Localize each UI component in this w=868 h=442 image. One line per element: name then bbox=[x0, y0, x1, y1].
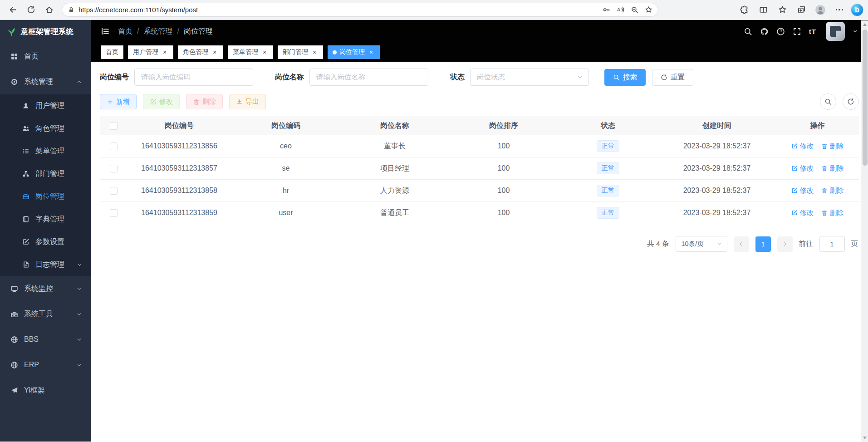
sidebar-group-monitoring[interactable]: 系统监控 bbox=[0, 276, 91, 301]
favorites-button[interactable] bbox=[775, 2, 790, 18]
search-button[interactable]: 搜索 bbox=[604, 69, 646, 86]
cell-post-sort: 100 bbox=[449, 187, 558, 195]
toggle-search-button[interactable] bbox=[820, 93, 836, 110]
view-tab[interactable]: 角色管理 × bbox=[178, 45, 223, 59]
row-delete-link[interactable]: 删除 bbox=[821, 164, 844, 173]
prev-page-button[interactable] bbox=[734, 236, 749, 252]
status-select[interactable]: 岗位状态 bbox=[470, 69, 589, 86]
sidebar-item-roles[interactable]: 角色管理 bbox=[0, 117, 91, 140]
avatar-caret-icon[interactable] bbox=[853, 29, 858, 34]
export-button[interactable]: 导出 bbox=[229, 94, 266, 109]
search-icon bbox=[613, 74, 620, 81]
split-screen-button[interactable] bbox=[755, 2, 771, 18]
sidebar-item-departments[interactable]: 部门管理 bbox=[0, 162, 91, 185]
fold-menu-icon[interactable] bbox=[101, 27, 110, 36]
address-bar[interactable]: https://ccnetcore.com:1101/system/post A bbox=[62, 3, 658, 17]
page-unit: 页 bbox=[851, 239, 858, 249]
tab-close-icon[interactable]: × bbox=[161, 49, 168, 56]
tab-close-icon[interactable]: × bbox=[261, 49, 268, 56]
browser-menu-button[interactable] bbox=[832, 2, 847, 18]
view-tab[interactable]: 部门管理 × bbox=[278, 45, 323, 59]
add-favorite-star-icon[interactable] bbox=[645, 6, 652, 14]
sidebar-item-menus[interactable]: 菜单管理 bbox=[0, 140, 91, 162]
browser-refresh-button[interactable] bbox=[23, 2, 39, 18]
breadcrumb-system[interactable]: 系统管理 bbox=[143, 27, 172, 36]
post-name-input[interactable] bbox=[309, 69, 428, 86]
row-checkbox[interactable] bbox=[110, 165, 118, 172]
view-tab[interactable]: 用户管理 × bbox=[128, 45, 173, 59]
goto-page-input[interactable] bbox=[819, 236, 845, 252]
sidebar-item-framework[interactable]: Yi框架 bbox=[0, 378, 91, 403]
read-aloud-icon[interactable]: A bbox=[617, 6, 624, 14]
scroll-down-arrow[interactable] bbox=[863, 437, 867, 439]
collections-button[interactable] bbox=[794, 2, 809, 18]
post-code-input[interactable] bbox=[134, 69, 253, 86]
github-icon[interactable] bbox=[760, 27, 769, 36]
cell-post-code: user bbox=[231, 209, 340, 217]
sidebar-item-home[interactable]: 首页 bbox=[0, 44, 91, 69]
breadcrumb-home[interactable]: 首页 bbox=[118, 27, 132, 36]
help-icon[interactable]: ? bbox=[776, 27, 785, 36]
sidebar-group-logs[interactable]: 日志管理 bbox=[0, 253, 91, 276]
post-name-label: 岗位名称 bbox=[275, 73, 304, 82]
sidebar-item-users[interactable]: 用户管理 bbox=[0, 94, 91, 117]
delete-button[interactable]: 删除 bbox=[186, 94, 223, 109]
profile-button[interactable] bbox=[813, 2, 828, 18]
tab-close-icon[interactable]: × bbox=[311, 49, 318, 56]
edit-button[interactable]: 修改 bbox=[143, 94, 180, 109]
browser-home-button[interactable] bbox=[41, 2, 57, 18]
cell-post-id: 1641030593112313856 bbox=[127, 142, 231, 150]
tab-close-icon[interactable]: × bbox=[368, 49, 375, 56]
user-avatar[interactable] bbox=[826, 22, 845, 41]
reset-button[interactable]: 重置 bbox=[652, 69, 693, 86]
view-tab[interactable]: 菜单管理 × bbox=[228, 45, 273, 59]
trash-icon bbox=[821, 210, 828, 216]
fullscreen-icon[interactable] bbox=[793, 27, 801, 36]
tab-close-icon[interactable]: × bbox=[211, 49, 218, 56]
site-lock-icon[interactable] bbox=[68, 6, 75, 14]
header-search-icon[interactable] bbox=[744, 27, 752, 36]
select-all-checkbox[interactable] bbox=[110, 122, 118, 130]
row-checkbox[interactable] bbox=[110, 142, 118, 150]
row-edit-link[interactable]: 修改 bbox=[791, 164, 814, 173]
row-delete-link[interactable]: 删除 bbox=[821, 142, 844, 151]
edit-pen-icon bbox=[22, 238, 30, 246]
scroll-up-arrow[interactable] bbox=[863, 23, 867, 26]
view-tab[interactable]: 岗位管理 × bbox=[328, 45, 380, 59]
password-key-icon[interactable] bbox=[603, 6, 610, 14]
sidebar-group-erp[interactable]: ERP bbox=[0, 352, 91, 378]
row-checkbox[interactable] bbox=[110, 209, 118, 217]
sidebar-group-tools[interactable]: 系统工具 bbox=[0, 301, 91, 327]
row-delete-link[interactable]: 删除 bbox=[821, 186, 844, 196]
row-delete-link[interactable]: 删除 bbox=[821, 208, 844, 218]
row-edit-link[interactable]: 修改 bbox=[791, 208, 814, 218]
font-size-icon[interactable]: tT bbox=[809, 28, 816, 35]
add-button[interactable]: 新增 bbox=[100, 94, 137, 109]
sidebar-item-parameters[interactable]: 参数设置 bbox=[0, 231, 91, 253]
view-tab[interactable]: 首页 bbox=[101, 45, 123, 59]
browser-scrollbar[interactable] bbox=[861, 20, 868, 442]
scrollbar-thumb[interactable] bbox=[863, 29, 868, 166]
chevron-left-icon bbox=[738, 241, 745, 247]
zoom-out-icon[interactable] bbox=[631, 6, 638, 14]
trash-icon bbox=[821, 187, 828, 194]
row-edit-link[interactable]: 修改 bbox=[791, 142, 814, 151]
refresh-table-button[interactable] bbox=[843, 93, 859, 110]
chevron-down-icon bbox=[75, 311, 83, 317]
sidebar-item-posts[interactable]: 岗位管理 bbox=[0, 185, 91, 208]
sidebar-group-system[interactable]: 系统管理 bbox=[0, 69, 91, 94]
sidebar-group-bbs[interactable]: BBS bbox=[0, 327, 91, 352]
next-page-button[interactable] bbox=[777, 236, 793, 252]
extensions-button[interactable] bbox=[736, 2, 752, 18]
extensions-puzzle-icon bbox=[740, 5, 749, 14]
browser-back-button[interactable] bbox=[5, 2, 21, 18]
row-checkbox[interactable] bbox=[110, 187, 118, 195]
copilot-bing-icon[interactable]: b bbox=[851, 4, 863, 16]
row-edit-link[interactable]: 修改 bbox=[791, 186, 814, 196]
page-size-select[interactable]: 10条/页 bbox=[676, 236, 727, 252]
app-root: https://ccnetcore.com:1101/system/post A bbox=[0, 0, 868, 442]
page-number-button[interactable]: 1 bbox=[755, 236, 771, 252]
home-icon bbox=[45, 5, 54, 14]
sidebar-item-dictionary[interactable]: 字典管理 bbox=[0, 208, 91, 231]
url-text[interactable]: https://ccnetcore.com:1101/system/post bbox=[78, 6, 603, 14]
